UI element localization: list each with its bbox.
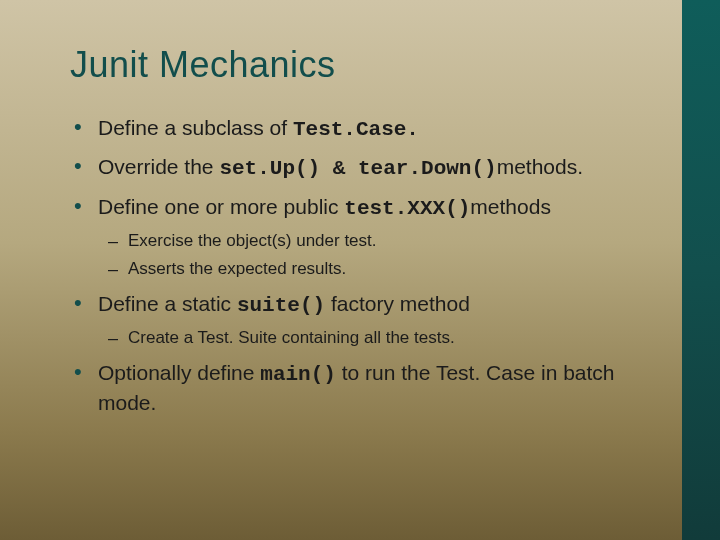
bullet-item: Optionally define main() to run the Test… <box>70 359 660 416</box>
slide-content: Junit Mechanics Define a subclass of Tes… <box>70 44 660 426</box>
bullet-item: Define a subclass of Test.Case. <box>70 114 660 143</box>
sub-item: Asserts the expected results. <box>106 258 660 280</box>
bullet-list: Define a subclass of Test.Case. Override… <box>70 114 660 416</box>
bullet-text: methods. <box>497 155 583 178</box>
slide: Junit Mechanics Define a subclass of Tes… <box>0 0 720 540</box>
bullet-text: Optionally define <box>98 361 260 384</box>
sub-text: Create a Test. Suite containing all the … <box>128 328 455 347</box>
sub-list: Create a Test. Suite containing all the … <box>106 327 660 349</box>
slide-title: Junit Mechanics <box>70 44 660 86</box>
bullet-text: Define one or more public <box>98 195 344 218</box>
code-text: test.XXX() <box>344 197 470 220</box>
bullet-text: Define a static <box>98 292 237 315</box>
code-text: main() <box>260 363 336 386</box>
sub-list: Exercise the object(s) under test. Asser… <box>106 230 660 280</box>
code-text: set.Up() & tear.Down() <box>219 157 496 180</box>
bullet-text: Override the <box>98 155 219 178</box>
bullet-text: methods <box>470 195 551 218</box>
sub-text: Exercise the object(s) under test. <box>128 231 377 250</box>
sub-item: Exercise the object(s) under test. <box>106 230 660 252</box>
sub-item: Create a Test. Suite containing all the … <box>106 327 660 349</box>
code-text: suite() <box>237 294 325 317</box>
bullet-item: Define a static suite() factory method C… <box>70 290 660 349</box>
bullet-text: factory method <box>325 292 470 315</box>
sub-text: Asserts the expected results. <box>128 259 346 278</box>
bullet-item: Define one or more public test.XXX()meth… <box>70 193 660 280</box>
bullet-text: Define a subclass of <box>98 116 293 139</box>
code-text: Test.Case. <box>293 118 419 141</box>
accent-bar <box>682 0 720 540</box>
bullet-item: Override the set.Up() & tear.Down()metho… <box>70 153 660 182</box>
